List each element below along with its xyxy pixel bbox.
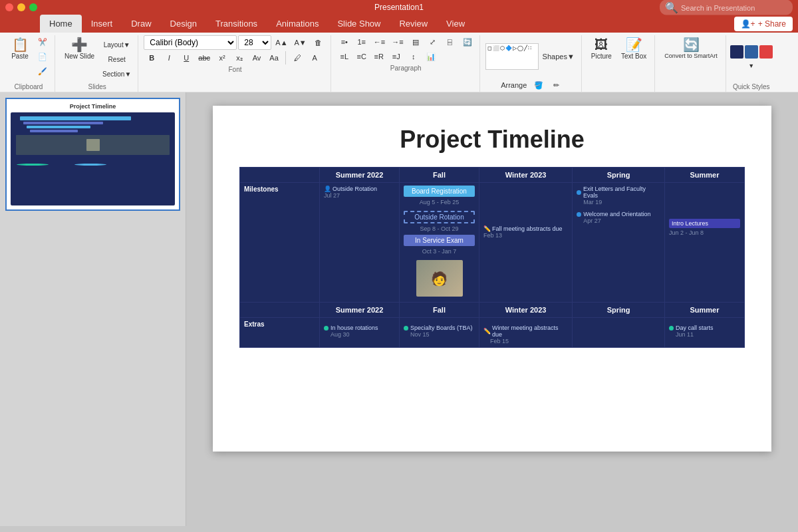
share-button[interactable]: 👤+ + Share <box>734 17 793 31</box>
font-size-select[interactable]: 28 <box>238 35 271 50</box>
picture-button[interactable]: 🖼 Picture <box>587 35 616 63</box>
arrange-button[interactable]: Arrange <box>498 78 529 92</box>
format-painter-button[interactable]: 🖌️ <box>35 65 51 78</box>
tab-insert[interactable]: Insert <box>82 15 122 33</box>
tab-animations[interactable]: Animations <box>267 15 328 33</box>
slide-canvas[interactable]: Project Timeline Summer 2022 Fall Winter… <box>213 106 771 452</box>
textbox-button[interactable]: 📝 Text Box <box>617 35 650 63</box>
board-registration-dates: Aug 5 - Feb 25 <box>404 199 475 205</box>
fill-color-button[interactable]: 🪣 <box>531 78 547 92</box>
ribbon-quickstyles-group: ▼ Quick Styles <box>728 35 775 92</box>
text-highlight-button[interactable]: 🖊 <box>289 51 305 65</box>
numbering-button[interactable]: 1≡ <box>354 35 370 49</box>
paragraph-label: Paragraph <box>390 65 422 72</box>
search-input[interactable] <box>681 3 781 11</box>
teal-dot-3 <box>669 326 674 331</box>
style-swatch-1[interactable] <box>730 45 743 59</box>
search-bar[interactable]: 🔍 <box>660 0 793 15</box>
italic-button[interactable]: I <box>161 51 177 65</box>
quickstyles-more-button[interactable]: ▼ <box>743 59 759 72</box>
ribbon-insert-group: 🖼 Picture 📝 Text Box <box>583 35 655 92</box>
superscript-button[interactable]: x² <box>214 51 230 65</box>
main-area: 1 Project Timeline Project <box>0 92 798 526</box>
specialty-boards-label: Specialty Boards (TBA) <box>410 325 473 331</box>
header-row-bottom: Summer 2022 Fall Winter 2023 Spring Summ… <box>240 303 745 318</box>
text-direction-button[interactable]: ⤢ <box>425 35 441 49</box>
shapes-button[interactable]: Shapes ▼ <box>540 50 577 63</box>
tab-draw[interactable]: Draw <box>122 15 160 33</box>
welcome-label: Welcome and Orientation <box>583 211 650 217</box>
line-spacing-button[interactable]: ↕ <box>406 50 422 63</box>
new-slide-button[interactable]: ➕ New Slide <box>61 35 98 63</box>
align-center-button[interactable]: ≡C <box>354 50 370 63</box>
ribbon-smartart-group: 🔄 Convert to SmartArt <box>656 35 726 92</box>
day-call-date: Jun 11 <box>669 331 740 338</box>
winter-meeting-date: Feb 15 <box>483 338 568 344</box>
tab-slideshow[interactable]: Slide Show <box>328 15 390 33</box>
slide-canvas-area: Project Timeline Summer 2022 Fall Winter… <box>186 92 798 526</box>
maximize-button[interactable] <box>29 3 37 11</box>
char-spacing-button[interactable]: Av <box>249 51 265 65</box>
ribbon-drawing-group: ◻⬜⬡🔷 ▷◯╱∷ Shapes ▼ Arrange 🪣 ✏ <box>481 35 582 92</box>
font-row2: B I U abc x² x₂ Av Aa 🖊 A <box>144 51 326 65</box>
tab-review[interactable]: Review <box>390 15 437 33</box>
quickstyles-content: ▼ <box>730 35 773 82</box>
reset-button[interactable]: Reset <box>100 53 134 66</box>
header-row: Summer 2022 Fall Winter 2023 Spring Summ… <box>240 168 745 183</box>
decrease-indent-button[interactable]: ←≡ <box>371 35 388 49</box>
close-button[interactable] <box>5 3 13 11</box>
cell-milestones-fall: Board Registration Aug 5 - Feb 25 Outsid… <box>400 183 479 303</box>
cell-extras-winter2023: ✏️ Winter meeting abstracts due Feb 15 <box>479 318 573 348</box>
clear-format-button[interactable]: 🗑 <box>311 36 327 49</box>
tab-view[interactable]: View <box>437 15 474 33</box>
clipboard-label: Clipboard <box>15 83 43 90</box>
cell-milestones-summer: Intro Lectures Jun 2 - Jun 8 <box>664 183 744 303</box>
welcome-item: Welcome and Orientation Apr 27 <box>577 211 660 224</box>
line-color-button[interactable]: ✏ <box>548 78 564 92</box>
slide-thumbnail-1[interactable]: 1 Project Timeline <box>5 98 180 211</box>
slide-panel[interactable]: 1 Project Timeline <box>0 92 186 526</box>
convert-smartart-button[interactable]: 🔄 Convert to SmartArt <box>660 35 722 62</box>
strikethrough-button[interactable]: abc <box>196 51 213 65</box>
teal-dot-1 <box>324 326 329 331</box>
bullets-button[interactable]: ≡• <box>336 35 352 49</box>
align-right-button[interactable]: ≡R <box>371 50 387 63</box>
justify-button[interactable]: ≡J <box>388 50 404 63</box>
align-left-button[interactable]: ≡L <box>336 50 352 63</box>
smartart-convert-button[interactable]: 🔄 <box>460 35 475 49</box>
style-swatch-3[interactable] <box>759 45 773 59</box>
bold-button[interactable]: B <box>144 51 160 65</box>
specialty-boards-date: Nov 15 <box>404 331 475 338</box>
cut-button[interactable]: ✂️ <box>35 35 51 49</box>
slides-content: ➕ New Slide Layout ▼ Reset Section ▼ <box>61 35 134 82</box>
sep1 <box>285 51 286 65</box>
slide-sub: Layout ▼ Reset Section ▼ <box>100 35 134 80</box>
col-header-bottom-summer2022: Summer 2022 <box>320 303 400 318</box>
slide-title: Project Timeline <box>239 126 745 154</box>
clipboard-content: 📋 Paste ✂️ 📄 🖌️ <box>7 35 51 82</box>
section-button[interactable]: Section ▼ <box>100 67 134 80</box>
tab-transitions[interactable]: Transitions <box>206 15 267 33</box>
layout-button[interactable]: Layout ▼ <box>100 38 134 51</box>
tab-bar: Home Insert Draw Design Transitions Anim… <box>0 15 798 33</box>
tab-home[interactable]: Home <box>40 15 82 33</box>
change-case-button[interactable]: Aa <box>266 51 282 65</box>
minimize-button[interactable] <box>17 3 25 11</box>
copy-button[interactable]: 📄 <box>35 50 51 63</box>
person-icon: 👤 <box>324 186 331 192</box>
tab-design[interactable]: Design <box>161 15 206 33</box>
title-bar: Presentation1 🔍 <box>0 0 798 15</box>
columns-button[interactable]: ▤ <box>408 35 424 49</box>
font-color-button[interactable]: A <box>307 51 323 65</box>
paste-button[interactable]: 📋 Paste <box>7 35 33 63</box>
increase-indent-button[interactable]: →≡ <box>389 35 406 49</box>
decrease-font-button[interactable]: A▼ <box>292 36 309 49</box>
style-swatch-2[interactable] <box>745 45 758 59</box>
column-chart-button[interactable]: 📊 <box>423 50 439 63</box>
subscript-button[interactable]: x₂ <box>231 51 247 65</box>
align-text-button[interactable]: ⌸ <box>442 35 458 49</box>
underline-button[interactable]: U <box>178 51 194 65</box>
font-family-select[interactable]: Calibri (Body) <box>144 35 237 50</box>
intro-lectures-dates: Jun 2 - Jun 8 <box>669 229 740 236</box>
increase-font-button[interactable]: A▲ <box>273 36 290 49</box>
